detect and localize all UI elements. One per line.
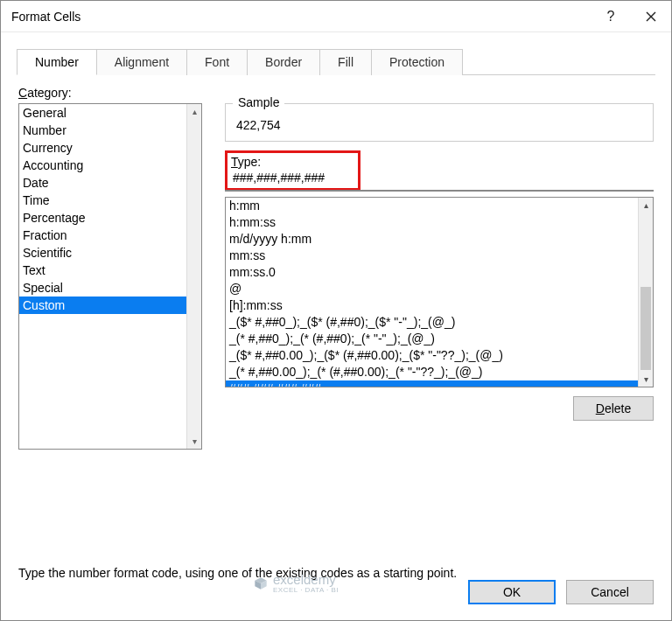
tab-fill[interactable]: Fill [319, 49, 372, 75]
sample-group: Sample 422,754 [225, 103, 654, 142]
category-item-number[interactable]: Number [19, 122, 201, 139]
close-icon [646, 11, 656, 22]
scroll-up-icon[interactable]: ▴ [639, 198, 653, 213]
scroll-track[interactable] [639, 213, 653, 372]
tab-protection[interactable]: Protection [371, 49, 463, 75]
format-item[interactable]: _($* #,##0_);_($* (#,##0);_($* "-"_);_(@… [226, 314, 653, 331]
close-button[interactable] [631, 1, 671, 32]
format-item[interactable]: [h]:mm:ss [226, 297, 653, 314]
titlebar: Format Cells ? [1, 1, 671, 32]
format-scrollbar[interactable]: ▴ ▾ [638, 198, 653, 387]
format-item[interactable]: mm:ss.0 [226, 264, 653, 281]
category-item-date[interactable]: Date [19, 174, 201, 192]
sample-value: 422,754 [234, 116, 644, 132]
category-item-custom[interactable]: Custom [19, 297, 201, 314]
scroll-down-icon[interactable]: ▾ [187, 434, 201, 449]
format-item[interactable]: _(* #,##0_);_(* (#,##0);_(* "-"_);_(@_) [226, 331, 653, 347]
format-item[interactable]: mm:ss [226, 248, 653, 264]
dialog-footer: exceldemy EXCEL · DATA · BI OK Cancel [1, 580, 671, 620]
type-input[interactable] [231, 171, 354, 185]
category-scrollbar[interactable]: ▴ ▾ [186, 104, 201, 449]
format-cells-dialog: Format Cells ? Number Alignment Font Bor… [0, 0, 672, 621]
category-item-time[interactable]: Time [19, 192, 201, 209]
format-item[interactable]: m/d/yyyy h:mm [226, 231, 653, 248]
tab-bar: Number Alignment Font Border Fill Protec… [1, 32, 671, 74]
category-item-percentage[interactable]: Percentage [19, 209, 201, 227]
tab-border[interactable]: Border [247, 49, 320, 75]
type-input-border [225, 190, 654, 192]
ok-button[interactable]: OK [468, 580, 556, 604]
content-area: Category: General Number Currency Accoun… [1, 75, 671, 550]
scroll-down-icon[interactable]: ▾ [639, 372, 653, 387]
category-item-currency[interactable]: Currency [19, 139, 201, 157]
delete-button[interactable]: Delete [573, 396, 654, 421]
format-item[interactable]: @ [226, 281, 653, 297]
type-label: Type: [231, 155, 354, 169]
format-item[interactable]: h:mm [226, 198, 653, 214]
category-item-scientific[interactable]: Scientific [19, 244, 201, 262]
format-listbox[interactable]: h:mm h:mm:ss m/d/yyyy h:mm mm:ss mm:ss.0… [225, 197, 654, 387]
format-item[interactable]: _($* #,##0.00_);_($* (#,##0.00);_($* "-"… [226, 347, 653, 364]
format-item-selected[interactable]: ###,###,###,### [226, 380, 653, 387]
category-item-general[interactable]: General [19, 104, 201, 122]
category-item-text[interactable]: Text [19, 262, 201, 279]
hint-text: Type the number format code, using one o… [1, 550, 671, 580]
watermark-tagline: EXCEL · DATA · BI [273, 587, 339, 594]
format-item[interactable]: h:mm:ss [226, 214, 653, 231]
dialog-title: Format Cells [11, 10, 591, 24]
type-highlight: Type: [225, 150, 360, 191]
help-button[interactable]: ? [591, 1, 631, 32]
tab-font[interactable]: Font [186, 49, 248, 75]
scroll-up-icon[interactable]: ▴ [187, 104, 201, 119]
svg-marker-4 [261, 580, 267, 589]
tab-number[interactable]: Number [17, 49, 97, 75]
tab-alignment[interactable]: Alignment [96, 49, 187, 75]
category-item-accounting[interactable]: Accounting [19, 157, 201, 174]
scroll-thumb[interactable] [640, 287, 651, 370]
format-item[interactable]: _(* #,##0.00_);_(* (#,##0.00);_(* "-"??_… [226, 364, 653, 380]
cancel-button[interactable]: Cancel [566, 580, 654, 604]
category-label: Category: [18, 86, 654, 100]
sample-legend: Sample [233, 95, 284, 109]
svg-marker-3 [255, 580, 261, 589]
category-item-fraction[interactable]: Fraction [19, 227, 201, 244]
category-item-special[interactable]: Special [19, 279, 201, 297]
category-listbox[interactable]: General Number Currency Accounting Date … [18, 103, 202, 450]
